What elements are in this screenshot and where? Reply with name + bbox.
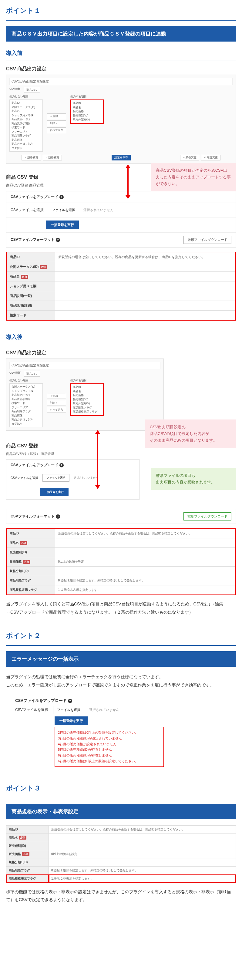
- template-download-button[interactable]: 雛形ファイルダウンロード: [183, 235, 231, 244]
- list-item[interactable]: 商品説明(詳細): [11, 122, 41, 126]
- list-item[interactable]: ショップ用メモ欄: [11, 389, 41, 393]
- save-button[interactable]: 設定を保存: [111, 155, 131, 161]
- list-item[interactable]: タグ(ID): [11, 146, 41, 150]
- row-value: 新規登録の場合は空にしてください。既存の商品を更新する場合は、商品IDを指定して…: [55, 252, 236, 262]
- list-item[interactable]: 商品名: [11, 109, 41, 113]
- csv-kind-select[interactable]: 商品CSV: [24, 371, 40, 377]
- csv-kind-label: CSV種類: [10, 371, 21, 377]
- list-item[interactable]: 商品説明(詳細): [11, 397, 41, 402]
- order-up-button[interactable]: ∧ 順番変更: [22, 155, 41, 161]
- list-item[interactable]: 商品カテゴリ(ID): [11, 142, 41, 146]
- file-select-button[interactable]: ファイルを選択: [43, 474, 70, 482]
- help-icon[interactable]: ?: [56, 514, 60, 519]
- add-button[interactable]: ＜追加: [47, 113, 66, 119]
- row-value: [55, 262, 236, 272]
- order-down-button[interactable]: ∨ 順番変更: [43, 155, 62, 161]
- list-item[interactable]: 商品カテゴリ(ID): [11, 418, 41, 422]
- table-row: 商品説明(一覧): [6, 291, 236, 301]
- list-item[interactable]: 商品削除フラグ: [11, 409, 41, 414]
- row-value: [55, 566, 236, 576]
- error-line: 6行目の販売種別(ID)が存在しません: [58, 752, 161, 758]
- file-select-button[interactable]: ファイルを選択: [53, 706, 84, 714]
- not-output-list[interactable]: 公開ステータス(ID)ショップ用メモ欄商品説明(一覧)商品説明(詳細)検索ワード…: [10, 383, 43, 427]
- before-heading: 導入前: [6, 48, 236, 60]
- file-status: 選択されていません: [89, 708, 119, 712]
- list-item[interactable]: 商品ID: [73, 101, 101, 105]
- order-down-button[interactable]: ∨ 順番変更: [201, 155, 220, 161]
- row-header: 販売価格必須: [6, 557, 55, 566]
- help-icon[interactable]: ?: [59, 195, 64, 199]
- list-item[interactable]: 商品ID: [11, 101, 41, 105]
- table-row: 商品名必須: [6, 272, 236, 282]
- error-line: 2行目の販売価格は0以上の数値を設定してください。: [58, 730, 161, 735]
- file-status: 選択されていません: [74, 476, 98, 480]
- table-row: 検索ワード: [6, 310, 236, 321]
- list-item[interactable]: 商品規格表示フラグ: [73, 410, 101, 414]
- list-item[interactable]: 商品説明(一覧): [11, 118, 41, 122]
- list-item[interactable]: 商品ID: [73, 385, 101, 390]
- error-line: 5行目の販売種別(ID)が存在しません: [58, 747, 161, 752]
- help-icon[interactable]: ?: [59, 463, 64, 468]
- list-item[interactable]: 商品説明(一覧): [11, 393, 41, 397]
- row-value: [49, 842, 236, 850]
- row-value: [55, 538, 236, 548]
- list-item[interactable]: タグ(ID): [11, 422, 41, 426]
- list-item[interactable]: 販売価格: [73, 393, 101, 398]
- csv-kind-label: CSV種類: [10, 87, 21, 93]
- list-item[interactable]: 商品名: [73, 390, 101, 394]
- list-item[interactable]: ショップ用メモ欄: [11, 113, 41, 118]
- list-item[interactable]: 商品名: [73, 105, 101, 110]
- arrow-icon: [127, 165, 129, 198]
- list-item[interactable]: 販売種別(ID): [73, 398, 101, 402]
- not-output-list[interactable]: 商品ID公開ステータス(ID)商品名ショップ用メモ欄商品説明(一覧)商品説明(詳…: [10, 100, 43, 152]
- row-value: [55, 272, 236, 282]
- list-item[interactable]: 検索ワード: [11, 126, 41, 130]
- bulk-register-button[interactable]: 一括登録を実行: [46, 221, 79, 229]
- delete-button[interactable]: 削除＞: [47, 400, 66, 406]
- list-item[interactable]: 規格分類1(ID): [73, 118, 101, 122]
- list-item[interactable]: フリーエリア: [11, 130, 41, 134]
- help-icon[interactable]: ?: [68, 699, 72, 703]
- required-tag: 必須: [20, 541, 27, 545]
- list-item[interactable]: 商品画像: [11, 414, 41, 418]
- point3-body: 標準の機能では規格の表示・非表示の設定はできませんが、このプラグインを導入すると…: [6, 888, 236, 904]
- list-item[interactable]: 公開ステータス(ID): [11, 105, 41, 110]
- list-item[interactable]: 販売種別(ID): [73, 114, 101, 118]
- csv-kind-select[interactable]: 商品CSV: [24, 87, 40, 93]
- row-header: 商品ID: [6, 529, 55, 538]
- list-item[interactable]: 検索ワード: [11, 401, 41, 406]
- table-row: 規格分類1(ID): [6, 858, 236, 866]
- list-item[interactable]: 商品画像: [11, 138, 41, 142]
- point2-banner: エラーメッセージの一括表示: [6, 651, 236, 667]
- add-button[interactable]: ＜追加: [47, 393, 66, 399]
- row-header: 規格分類1(ID): [6, 566, 55, 576]
- table-row: 商品削除フラグ0:登録 1:削除を指定します。未指定の時は0として登録します。: [6, 866, 236, 875]
- row-header: 公開ステータス(ID)必須: [6, 262, 55, 272]
- file-select-label: CSVファイルを選択: [15, 707, 48, 713]
- list-item[interactable]: 商品削除フラグ: [73, 406, 101, 410]
- delete-button[interactable]: 削除＞: [47, 121, 66, 126]
- table-row: 商品削除フラグ0:登録 1:削除を指定します。未指定の時は0として登録します。: [6, 576, 236, 585]
- list-item[interactable]: 販売価格: [73, 110, 101, 114]
- upload-label: CSVファイルをアップロード?: [6, 698, 236, 703]
- bulk-register-button[interactable]: 一括登録を実行: [54, 716, 88, 725]
- output-list[interactable]: 商品ID商品名販売価格販売種別(ID)規格分類1(ID)商品削除フラグ商品規格表…: [70, 383, 104, 416]
- template-download-button[interactable]: 雛形ファイルダウンロード: [183, 512, 231, 520]
- list-item[interactable]: 商品削除フラグ: [11, 134, 41, 138]
- bulk-register-button[interactable]: 一括登録を実行: [40, 488, 68, 496]
- output-list[interactable]: 商品ID商品名販売価格販売種別(ID)規格分類1(ID): [70, 100, 104, 124]
- list-item[interactable]: 公開ステータス(ID): [11, 385, 41, 389]
- row-header: 検索ワード: [6, 310, 55, 321]
- output-label: 出力する項目: [70, 95, 104, 99]
- file-select-button[interactable]: ファイルを選択: [48, 206, 79, 214]
- point1-body: 当プラグインを導入して頂くと商品CSV出力項目と商品CSV登録項目が連動するよう…: [6, 600, 236, 616]
- all-button[interactable]: すべて追加: [47, 127, 66, 133]
- point2-body: 当プラグインの処理では最初に全行のエラーチェックを行う仕様になっています。 この…: [6, 673, 236, 689]
- all-button[interactable]: すべて追加: [47, 407, 66, 413]
- list-item[interactable]: 規格分類1(ID): [73, 402, 101, 406]
- help-icon[interactable]: ?: [56, 238, 60, 242]
- csv-register-panel: CSVファイルをアップロード? CSVファイルを選択 ファイルを選択 選択されて…: [6, 191, 236, 248]
- table-row: 商品規格表示フラグ1:表示 0:非表示を指定します。: [6, 875, 236, 883]
- order-up-button[interactable]: ∧ 順番変更: [180, 155, 199, 161]
- list-item[interactable]: フリーエリア: [11, 406, 41, 410]
